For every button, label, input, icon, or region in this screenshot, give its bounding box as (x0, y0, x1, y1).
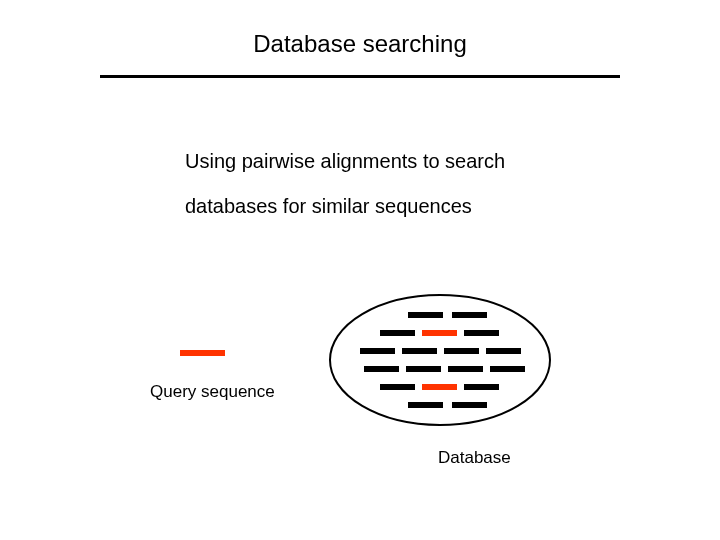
svg-rect-17 (452, 402, 487, 408)
svg-rect-10 (406, 366, 441, 372)
svg-rect-1 (452, 312, 487, 318)
svg-rect-14 (422, 384, 457, 390)
title-underline (100, 75, 620, 78)
svg-rect-3 (422, 330, 457, 336)
svg-rect-9 (364, 366, 399, 372)
database-sequences (360, 312, 525, 408)
database-label: Database (438, 448, 511, 468)
svg-rect-12 (490, 366, 525, 372)
body-text-line-1: Using pairwise alignments to search (185, 150, 505, 173)
svg-rect-2 (380, 330, 415, 336)
svg-rect-7 (444, 348, 479, 354)
svg-rect-16 (408, 402, 443, 408)
diagram (150, 290, 570, 450)
slide-title: Database searching (0, 30, 720, 58)
svg-rect-0 (408, 312, 443, 318)
svg-rect-5 (360, 348, 395, 354)
svg-rect-11 (448, 366, 483, 372)
svg-rect-13 (380, 384, 415, 390)
svg-rect-4 (464, 330, 499, 336)
body-text-line-2: databases for similar sequences (185, 195, 472, 218)
svg-rect-15 (464, 384, 499, 390)
svg-rect-6 (402, 348, 437, 354)
query-sequence-icon (180, 350, 225, 356)
svg-rect-8 (486, 348, 521, 354)
query-sequence-label: Query sequence (150, 382, 275, 402)
slide: Database searching Using pairwise alignm… (0, 0, 720, 540)
